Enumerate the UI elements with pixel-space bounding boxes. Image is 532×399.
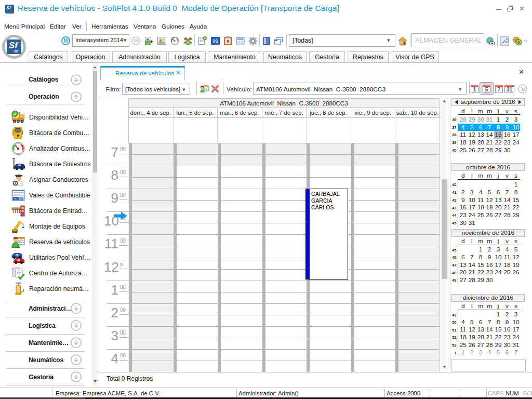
- svg-text:5: 5: [485, 87, 488, 92]
- svg-text:31: 31: [507, 87, 513, 92]
- svg-text:$: $: [517, 40, 520, 45]
- svg-text:7: 7: [498, 87, 501, 92]
- svg-text:99: 99: [212, 38, 218, 44]
- svg-text:1: 1: [473, 87, 476, 92]
